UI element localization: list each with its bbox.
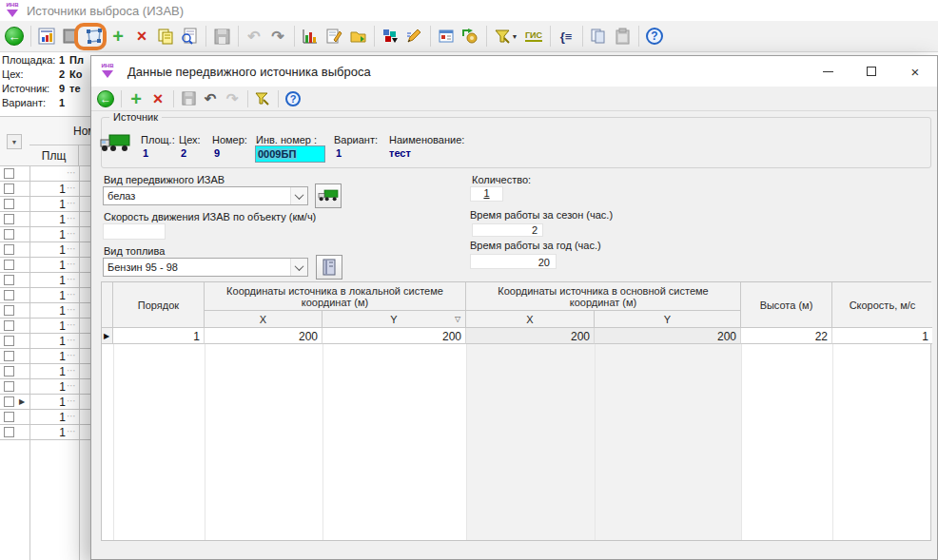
column-dropdown-button[interactable]: ▼	[7, 134, 22, 149]
redo-button[interactable]: ↷	[266, 25, 289, 48]
ellipsis-button[interactable]: ⋯	[67, 319, 77, 330]
cell-order[interactable]: 1	[113, 328, 205, 344]
ellipsis-button[interactable]: ⋯	[67, 396, 77, 406]
inv-number-input[interactable]: 0009БП	[255, 145, 325, 163]
undo-button-disabled[interactable]: ↶	[243, 25, 265, 48]
add-button[interactable]: +	[107, 25, 129, 48]
paste-button-disabled[interactable]	[611, 25, 634, 48]
recalculate-button[interactable]	[459, 25, 481, 48]
izav-type-combobox[interactable]: белаз	[103, 186, 308, 205]
source-card-button[interactable]	[35, 25, 58, 48]
dialog-save-button-disabled[interactable]	[178, 88, 199, 109]
row-checkbox[interactable]	[4, 275, 14, 285]
column-header-basic-y[interactable]: Y	[595, 311, 741, 328]
row-checkbox[interactable]	[4, 244, 14, 255]
ellipsis-button[interactable]: ⋯	[67, 259, 77, 269]
column-header-basic-x[interactable]: X	[466, 311, 595, 328]
izav-type-dropdown-button[interactable]	[290, 187, 307, 204]
ellipsis-button[interactable]: ⋯	[67, 426, 77, 436]
close-button[interactable]: ×	[893, 56, 937, 87]
map-button-disabled[interactable]	[59, 25, 82, 48]
copy-pages-button[interactable]	[587, 25, 610, 48]
column-header-plg[interactable]: Плщ	[29, 145, 79, 166]
help-button[interactable]: ?	[643, 25, 666, 48]
filter-button[interactable]: ▼	[491, 25, 521, 48]
cell-basic-y[interactable]: 200	[595, 328, 741, 344]
row-checkbox[interactable]	[4, 412, 14, 422]
column-header-local-x[interactable]: X	[205, 311, 322, 328]
ellipsis-button[interactable]: ⋯	[67, 183, 77, 193]
chart-button[interactable]	[299, 25, 322, 48]
dialog-titlebar[interactable]: ИНВ Данные передвижного источника выброс…	[91, 56, 937, 87]
row-checkbox[interactable]	[4, 260, 14, 270]
dialog-add-button[interactable]: +	[126, 88, 147, 109]
window-settings-button[interactable]	[435, 25, 458, 48]
dialog-help-button[interactable]: ?	[283, 88, 303, 109]
row-checkbox[interactable]	[4, 320, 14, 331]
ellipsis-button[interactable]: ⋯	[67, 274, 77, 284]
polygon-button[interactable]	[83, 25, 106, 48]
dialog-filter-button[interactable]	[252, 88, 273, 109]
dialog-redo-button-disabled[interactable]: ↷	[222, 88, 243, 109]
row-checkbox[interactable]	[4, 183, 14, 194]
fuel-combobox[interactable]: Бензин 95 - 98	[103, 258, 308, 277]
row-checkbox[interactable]	[4, 396, 14, 407]
export-folder-button[interactable]	[346, 25, 369, 48]
ellipsis-button[interactable]: ⋯	[67, 228, 77, 239]
row-checkbox[interactable]	[4, 229, 14, 240]
save-button-disabled[interactable]	[210, 25, 233, 48]
cell-basic-x[interactable]: 200	[466, 328, 595, 344]
edit-pencil-button[interactable]	[402, 25, 425, 48]
row-checkbox[interactable]	[4, 351, 14, 361]
column-header-order[interactable]: Порядок	[113, 282, 205, 328]
year-hours-input[interactable]: 20	[470, 254, 557, 269]
ellipsis-button[interactable]: ⋯	[67, 304, 77, 315]
column-header-local-y[interactable]: Y	[322, 311, 466, 328]
ellipsis-button[interactable]: ⋯	[67, 243, 77, 254]
ellipsis-button[interactable]: ⋯	[67, 365, 77, 376]
speed-input[interactable]	[103, 223, 166, 240]
row-checkbox[interactable]	[4, 214, 14, 224]
delete-button[interactable]: ×	[130, 25, 153, 48]
quantity-input[interactable]: 1	[470, 186, 503, 202]
izav-type-catalog-button[interactable]	[315, 183, 342, 208]
fuel-dropdown-button[interactable]	[290, 259, 307, 276]
minimize-button[interactable]	[806, 56, 850, 87]
row-checkbox[interactable]	[4, 427, 14, 437]
copy-button[interactable]	[154, 25, 177, 48]
filter-dropdown-icon[interactable]: ▼	[512, 33, 518, 40]
dialog-undo-button[interactable]: ↶	[200, 88, 221, 109]
cell-height[interactable]: 22	[741, 328, 832, 344]
season-hours-input[interactable]: 2	[472, 223, 543, 237]
edit-document-button[interactable]	[322, 25, 345, 48]
back-button[interactable]: ←	[3, 25, 26, 48]
row-checkbox[interactable]	[4, 381, 14, 392]
column-group-basic[interactable]: Координаты источника в основной системе …	[466, 282, 741, 311]
ellipsis-button[interactable]: ⋯	[67, 350, 77, 360]
row-checkbox[interactable]	[4, 336, 14, 346]
cell-local-x[interactable]: 200	[205, 328, 322, 344]
ellipsis-button[interactable]: ⋯	[67, 411, 77, 421]
ellipsis-button[interactable]: ⋯	[67, 213, 77, 223]
row-checkbox[interactable]	[4, 290, 14, 300]
ellipsis-button[interactable]: ⋯	[67, 198, 77, 208]
row-checkbox[interactable]	[4, 199, 14, 209]
row-checkbox[interactable]	[4, 305, 14, 316]
gis-button[interactable]: ГИС	[522, 25, 545, 48]
ellipsis-button[interactable]: ⋯	[67, 167, 77, 178]
dialog-delete-button[interactable]: ×	[147, 88, 168, 109]
dialog-back-button[interactable]: ←	[95, 88, 116, 109]
ellipsis-button[interactable]: ⋯	[67, 335, 77, 345]
list-button[interactable]: {≡	[555, 25, 577, 48]
cell-speed[interactable]: 1	[832, 328, 932, 344]
row-checkbox[interactable]	[4, 168, 14, 179]
cell-local-y[interactable]: 200	[322, 328, 466, 344]
fuel-catalog-button[interactable]	[316, 255, 342, 280]
maximize-button[interactable]	[850, 56, 893, 87]
ellipsis-button[interactable]: ⋯	[67, 380, 77, 391]
column-group-local[interactable]: Координаты источника в локальной системе…	[205, 282, 466, 311]
ellipsis-button[interactable]: ⋯	[67, 289, 77, 299]
row-checkbox[interactable]	[4, 366, 14, 377]
search-document-button[interactable]	[178, 25, 201, 48]
move-items-button[interactable]	[379, 25, 401, 48]
